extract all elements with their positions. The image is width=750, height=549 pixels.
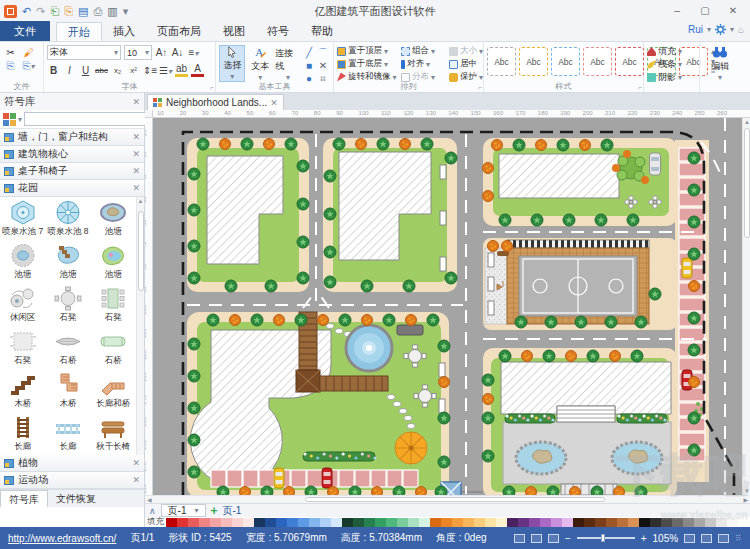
fit-page-icon[interactable] — [684, 534, 695, 543]
pond-with-stones[interactable] — [516, 442, 566, 474]
select-tool-button[interactable]: 选择▾ — [219, 45, 245, 82]
section-close-icon[interactable]: ✕ — [132, 458, 140, 468]
format-painter-icon[interactable]: 🖌︎ — [21, 45, 36, 59]
symbol-item[interactable]: 长廊 — [0, 412, 45, 455]
tab-symbol-library[interactable]: 符号库 — [0, 490, 48, 507]
palette-swatch[interactable] — [441, 518, 452, 527]
palette-swatch[interactable] — [221, 518, 232, 527]
symbol-item[interactable]: 木桥 — [45, 369, 90, 412]
file-menu-button[interactable]: 文件 — [0, 21, 50, 41]
section-tables-chairs[interactable]: 桌子和椅子✕ — [0, 163, 144, 180]
symbol-item[interactable]: 池塘 — [91, 197, 136, 240]
scroll-down-icon[interactable]: ▼ — [744, 487, 750, 495]
collapse-pages-icon[interactable]: ∧ — [149, 506, 156, 516]
account-name[interactable]: Rui — [688, 24, 703, 35]
palette-swatch[interactable] — [298, 518, 309, 527]
palette-swatch[interactable] — [386, 518, 397, 527]
close-button[interactable]: ✕ — [720, 3, 746, 19]
symbol-item[interactable]: 长廊 — [45, 412, 90, 455]
palette-swatch[interactable] — [529, 518, 540, 527]
palette-swatch[interactable] — [639, 518, 650, 527]
document-close-icon[interactable]: ✕ — [270, 98, 278, 108]
symbol-item[interactable]: 木桥 — [0, 369, 45, 412]
highlight-color-icon[interactable]: ab — [175, 63, 188, 77]
export-icon[interactable]: ⎘ — [64, 4, 73, 18]
edit-button[interactable]: 编辑▾ — [703, 45, 737, 82]
tab-page-layout[interactable]: 页面布局 — [146, 22, 212, 41]
palette-swatch[interactable] — [584, 518, 595, 527]
symbol-search-input[interactable] — [24, 112, 147, 126]
palette-swatch[interactable] — [683, 518, 694, 527]
size-button[interactable]: 大小▾ — [449, 45, 487, 57]
tab-view[interactable]: 视图 — [212, 22, 256, 41]
palette-swatch[interactable] — [177, 518, 188, 527]
save-icon[interactable]: ▤ — [78, 4, 88, 18]
freeform-tool-icon[interactable]: ✕ — [317, 60, 329, 71]
line-spacing-icon[interactable]: ⇕≡ — [143, 65, 156, 76]
grow-font-icon[interactable]: A↑ — [155, 47, 168, 58]
gear-icon[interactable] — [715, 24, 726, 35]
zoom-in-icon[interactable]: + — [641, 533, 647, 544]
style-preset[interactable]: Abc — [519, 47, 548, 76]
home-icon[interactable]: ⌂ — [738, 24, 744, 35]
taxi[interactable] — [682, 258, 692, 278]
palette-swatch[interactable] — [375, 518, 386, 527]
style-preset[interactable]: Abc — [487, 47, 516, 76]
symbol-item[interactable]: 喷泉水池 7 — [0, 197, 45, 240]
center-button[interactable]: 居中 — [449, 58, 487, 70]
fit-width-icon[interactable] — [701, 534, 712, 543]
palette-swatch[interactable] — [265, 518, 276, 527]
palette-swatch[interactable] — [518, 518, 529, 527]
text-tool-button[interactable]: A 文本▾ — [247, 45, 273, 82]
palette-swatch[interactable] — [485, 518, 496, 527]
palette-swatch[interactable] — [595, 518, 606, 527]
cut-icon[interactable]: ✂ — [3, 45, 18, 59]
bring-to-front-button[interactable]: 置于顶层▾ — [337, 45, 401, 57]
send-to-back-button[interactable]: 置于底层▾ — [337, 58, 401, 70]
connector-tool-button[interactable]: 连接线▾ — [275, 45, 301, 82]
zoom-out-icon[interactable]: − — [565, 533, 571, 544]
section-close-icon[interactable]: ✕ — [132, 149, 140, 159]
import-icon[interactable]: ⎗ — [50, 4, 59, 18]
minimize-button[interactable]: – — [664, 3, 690, 19]
block-top-right[interactable] — [483, 138, 677, 226]
symbol-item[interactable]: 石桥 — [91, 326, 136, 369]
account-caret-icon[interactable]: ▾ — [707, 25, 711, 34]
line-button[interactable]: 线条▾ — [647, 58, 696, 71]
palette-swatch[interactable] — [210, 518, 221, 527]
palette-swatch[interactable] — [243, 518, 254, 527]
palette-swatch[interactable] — [650, 518, 661, 527]
palette-swatch[interactable] — [309, 518, 320, 527]
symbol-item[interactable]: 长廊和桥 — [91, 369, 136, 412]
library-picker-caret[interactable]: ▾ — [18, 115, 22, 124]
palette-swatch[interactable] — [463, 518, 474, 527]
rectangle-tool-icon[interactable]: ■ — [303, 60, 315, 71]
symbol-item[interactable]: 石桥 — [45, 326, 90, 369]
style-dialog-launcher[interactable]: ⌐ — [638, 84, 642, 91]
library-picker-icon[interactable] — [3, 113, 16, 126]
fountain-pool[interactable] — [346, 325, 392, 371]
symbol-item[interactable]: 秋千长椅 — [91, 412, 136, 455]
tab-insert[interactable]: 插入 — [102, 22, 146, 41]
section-close-icon[interactable]: ✕ — [132, 166, 140, 176]
page-tab[interactable]: 页-1▾ — [161, 504, 206, 517]
palette-swatch[interactable] — [716, 518, 727, 527]
scroll-right-icon[interactable]: ▶ — [743, 496, 748, 504]
canvas-hscrollbar[interactable]: ◀ ▶ — [145, 495, 750, 503]
tab-help[interactable]: 帮助 — [300, 22, 344, 41]
scroll-up-icon[interactable]: ▲ — [744, 118, 750, 126]
palette-swatch[interactable] — [452, 518, 463, 527]
palette-swatch[interactable] — [661, 518, 672, 527]
shrink-font-icon[interactable]: A↓ — [171, 47, 184, 58]
italic-button[interactable]: I — [63, 65, 76, 76]
block-top-middle[interactable] — [323, 138, 457, 292]
view-page-icon[interactable] — [531, 534, 542, 543]
sidebar-scrollbar[interactable]: ▲ — [136, 197, 144, 455]
section-close-icon[interactable]: ✕ — [132, 183, 140, 193]
pond-with-stones[interactable] — [612, 442, 662, 474]
palette-swatch[interactable] — [276, 518, 287, 527]
palette-swatch[interactable] — [232, 518, 243, 527]
palette-swatch[interactable] — [606, 518, 617, 527]
symbol-library-close-icon[interactable]: ✕ — [132, 97, 140, 107]
palette-swatch[interactable] — [727, 518, 738, 527]
